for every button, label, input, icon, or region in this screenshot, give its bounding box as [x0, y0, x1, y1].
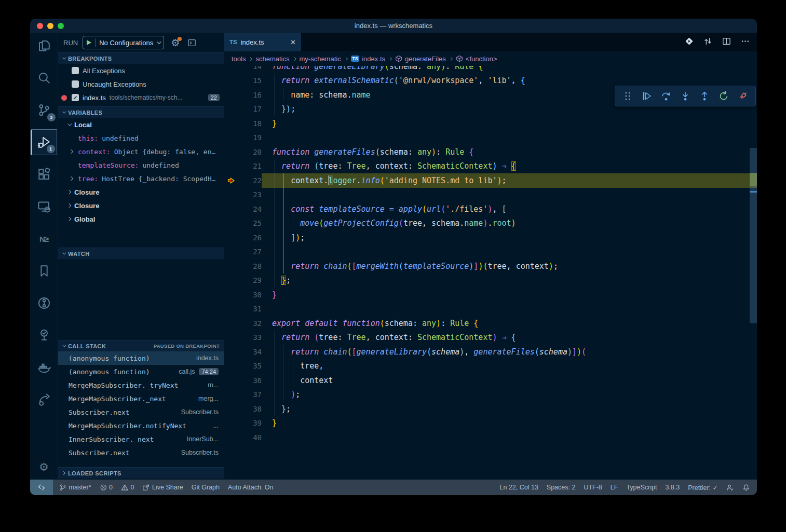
- line-number[interactable]: 37: [237, 390, 262, 399]
- status-item-typescript[interactable]: TypeScript: [626, 484, 657, 491]
- activity-item-explorer[interactable]: [31, 33, 57, 59]
- activity-item-run-debug[interactable]: 1: [31, 129, 57, 155]
- line-number[interactable]: 25: [237, 219, 262, 227]
- launch-configuration-dropdown[interactable]: No Configurations: [83, 36, 164, 49]
- compare-changes-button[interactable]: [703, 37, 712, 48]
- call-stack-frame[interactable]: InnerSubscriber._nextInnerSub...: [58, 432, 224, 446]
- line-number[interactable]: 28: [237, 262, 262, 270]
- line-number[interactable]: 22: [237, 176, 262, 185]
- breadcrumb-item[interactable]: tools: [232, 55, 246, 63]
- activity-item-bookmarks[interactable]: [31, 258, 57, 284]
- line-number[interactable]: 40: [237, 433, 262, 442]
- breakpoints-header[interactable]: BREAKPOINTS: [58, 52, 224, 64]
- line-number[interactable]: 29: [237, 276, 262, 284]
- code-text[interactable]: [262, 430, 757, 445]
- checkbox-unchecked[interactable]: [72, 67, 79, 74]
- status-item-prettier-[interactable]: Prettier: ✓: [688, 484, 718, 492]
- debug-console-button[interactable]: [187, 38, 196, 47]
- variable-scope-global[interactable]: Global: [58, 212, 224, 226]
- code-text[interactable]: return (tree: Tree, context: SchematicCo…: [262, 331, 757, 345]
- line-number[interactable]: 24: [237, 205, 262, 213]
- breadcrumb-item[interactable]: TSindex.ts: [351, 55, 385, 63]
- code-text[interactable]: return (tree: Tree, context: SchematicCo…: [262, 159, 757, 174]
- line-number[interactable]: 18: [237, 119, 262, 128]
- code-text[interactable]: move(getProjectConfig(tree, schema.name)…: [262, 216, 757, 231]
- call-stack-frame[interactable]: (anonymous function)index.ts: [58, 351, 224, 365]
- variable-row[interactable]: this:undefined: [58, 131, 224, 145]
- scrollbar-slider[interactable]: [750, 148, 757, 323]
- breakpoint-uncaught-exceptions[interactable]: Uncaught Exceptions: [58, 77, 224, 91]
- watch-header[interactable]: WATCH: [58, 248, 224, 259]
- line-number[interactable]: 38: [237, 405, 262, 413]
- activity-item-docker[interactable]: [31, 354, 57, 380]
- editor-scrollbar[interactable]: [750, 66, 757, 480]
- activity-item-extensions[interactable]: [31, 161, 57, 187]
- configure-gear-button[interactable]: ⚙: [171, 38, 180, 48]
- code-text[interactable]: [262, 188, 757, 202]
- line-number[interactable]: 17: [237, 105, 262, 113]
- call-stack-frame[interactable]: Subscriber.nextSubscriber.ts: [58, 405, 224, 419]
- breadcrumb-item[interactable]: generateFiles: [395, 55, 446, 63]
- step-over-button[interactable]: [658, 88, 674, 104]
- activity-item-nx-console[interactable]: N≥: [31, 226, 57, 252]
- status-item[interactable]: [742, 484, 750, 492]
- code-text[interactable]: }: [262, 416, 757, 431]
- call-stack-header[interactable]: CALL STACK PAUSED ON BREAKPOINT: [58, 340, 224, 351]
- status-item-ln-22-col-13[interactable]: Ln 22, Col 13: [499, 484, 538, 491]
- breakpoint-gutter[interactable]: [224, 176, 237, 185]
- activity-item-gitlens[interactable]: [31, 290, 57, 316]
- line-number[interactable]: 15: [237, 76, 262, 85]
- code-text[interactable]: ]);: [262, 230, 757, 245]
- checkbox-checked[interactable]: ✓: [72, 94, 79, 101]
- line-number[interactable]: 34: [237, 348, 262, 356]
- line-number[interactable]: 33: [237, 333, 262, 342]
- continue-button[interactable]: [639, 88, 655, 104]
- line-number[interactable]: 31: [237, 305, 262, 313]
- activity-item-share[interactable]: [31, 387, 57, 413]
- variable-row[interactable]: context:Object {debug: false, en…: [58, 145, 224, 158]
- call-stack-frame[interactable]: (anonymous function)call.js74:24: [58, 365, 224, 378]
- gripper-button[interactable]: [619, 88, 636, 104]
- status-item-git-graph[interactable]: Git Graph: [192, 484, 220, 491]
- code-text[interactable]: const templateSource = apply(url('./file…: [262, 202, 757, 216]
- remote-indicator[interactable]: [30, 480, 53, 495]
- open-changes-button[interactable]: [685, 37, 694, 48]
- activity-item-source-control[interactable]: 3: [31, 97, 57, 123]
- line-number[interactable]: 23: [237, 190, 262, 199]
- line-number[interactable]: 14: [237, 66, 262, 71]
- step-out-button[interactable]: [696, 88, 713, 104]
- code-text[interactable]: }: [262, 116, 757, 131]
- tab-index-ts[interactable]: TS index.ts ✕: [224, 33, 301, 51]
- code-text[interactable]: return chain([mergeWith(templateSource)]…: [262, 259, 757, 274]
- restart-button[interactable]: [715, 88, 732, 104]
- code-text[interactable]: function generateLibrary(schema: any): R…: [262, 66, 757, 74]
- line-number[interactable]: 36: [237, 376, 262, 385]
- line-number[interactable]: 20: [237, 148, 262, 156]
- code-text[interactable]: [262, 245, 757, 260]
- status-item-3-8-3[interactable]: 3.8.3: [665, 484, 680, 491]
- split-editor-button[interactable]: [722, 37, 731, 48]
- line-number[interactable]: 30: [237, 291, 262, 299]
- line-number[interactable]: 19: [237, 133, 262, 142]
- breakpoint-all-exceptions[interactable]: All Exceptions: [58, 64, 224, 77]
- line-number[interactable]: 27: [237, 248, 262, 256]
- line-number[interactable]: 39: [237, 419, 262, 427]
- call-stack-frame[interactable]: MergeMapSubscriber.notifyNext...: [58, 419, 224, 432]
- line-number[interactable]: 16: [237, 91, 262, 99]
- code-text[interactable]: function generateFiles(schema: any): Rul…: [262, 145, 757, 159]
- activity-item-remote-explorer[interactable]: [31, 194, 57, 220]
- line-number[interactable]: 32: [237, 319, 262, 328]
- status-item-spaces-2[interactable]: Spaces: 2: [547, 484, 576, 491]
- variable-scope-closure[interactable]: Closure: [58, 185, 224, 199]
- variable-scope-closure[interactable]: Closure: [58, 199, 224, 212]
- code-text[interactable]: );: [262, 388, 757, 402]
- status-item-live-share[interactable]: Live Share: [142, 484, 183, 492]
- code-editor[interactable]: 14function generateLibrary(schema: any):…: [224, 66, 757, 480]
- checkbox-unchecked[interactable]: [72, 80, 79, 88]
- code-text[interactable]: [262, 302, 757, 317]
- activity-item-test-explorer[interactable]: [31, 322, 57, 348]
- variable-row[interactable]: templateSource:undefined: [58, 158, 224, 172]
- status-item-lf[interactable]: LF: [611, 484, 618, 491]
- status-item-0[interactable]: 0: [121, 484, 134, 492]
- more-actions-button[interactable]: [741, 37, 750, 48]
